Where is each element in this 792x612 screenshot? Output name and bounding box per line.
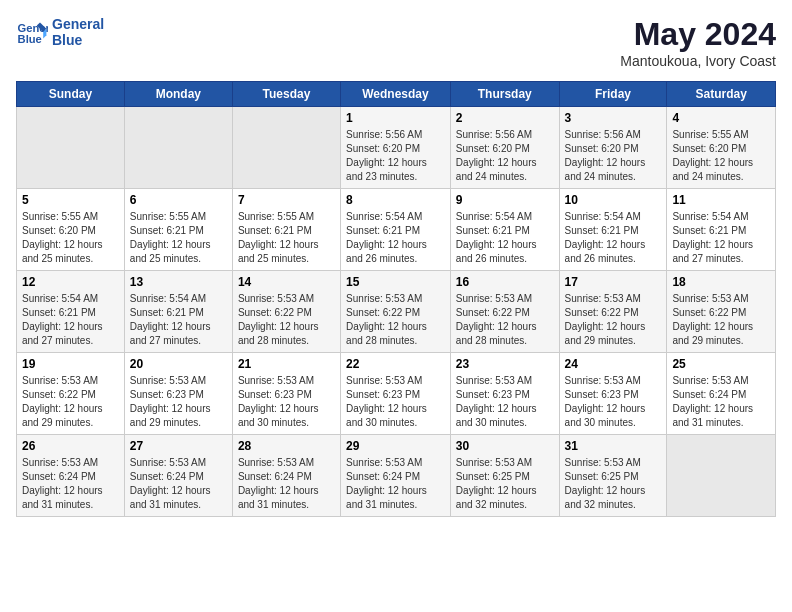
day-info: Sunrise: 5:54 AM Sunset: 6:21 PM Dayligh… xyxy=(346,210,445,266)
calendar-cell: 22Sunrise: 5:53 AM Sunset: 6:23 PM Dayli… xyxy=(341,353,451,435)
day-number: 25 xyxy=(672,357,770,371)
day-number: 5 xyxy=(22,193,119,207)
calendar-cell xyxy=(124,107,232,189)
logo: General Blue General Blue xyxy=(16,16,104,48)
logo-text-line1: General xyxy=(52,16,104,32)
calendar-cell: 23Sunrise: 5:53 AM Sunset: 6:23 PM Dayli… xyxy=(450,353,559,435)
calendar-cell: 9Sunrise: 5:54 AM Sunset: 6:21 PM Daylig… xyxy=(450,189,559,271)
day-number: 14 xyxy=(238,275,335,289)
day-info: Sunrise: 5:55 AM Sunset: 6:20 PM Dayligh… xyxy=(22,210,119,266)
svg-text:Blue: Blue xyxy=(18,33,42,45)
calendar-cell: 4Sunrise: 5:55 AM Sunset: 6:20 PM Daylig… xyxy=(667,107,776,189)
day-number: 10 xyxy=(565,193,662,207)
header-day-thursday: Thursday xyxy=(450,82,559,107)
day-number: 16 xyxy=(456,275,554,289)
logo-icon: General Blue xyxy=(16,16,48,48)
day-info: Sunrise: 5:56 AM Sunset: 6:20 PM Dayligh… xyxy=(456,128,554,184)
day-number: 22 xyxy=(346,357,445,371)
calendar-cell: 27Sunrise: 5:53 AM Sunset: 6:24 PM Dayli… xyxy=(124,435,232,517)
day-number: 20 xyxy=(130,357,227,371)
calendar-cell: 21Sunrise: 5:53 AM Sunset: 6:23 PM Dayli… xyxy=(232,353,340,435)
calendar-cell: 15Sunrise: 5:53 AM Sunset: 6:22 PM Dayli… xyxy=(341,271,451,353)
day-info: Sunrise: 5:56 AM Sunset: 6:20 PM Dayligh… xyxy=(346,128,445,184)
calendar-cell: 12Sunrise: 5:54 AM Sunset: 6:21 PM Dayli… xyxy=(17,271,125,353)
calendar-cell: 30Sunrise: 5:53 AM Sunset: 6:25 PM Dayli… xyxy=(450,435,559,517)
header-row: SundayMondayTuesdayWednesdayThursdayFrid… xyxy=(17,82,776,107)
main-title: May 2024 xyxy=(620,16,776,53)
day-number: 3 xyxy=(565,111,662,125)
day-number: 27 xyxy=(130,439,227,453)
day-info: Sunrise: 5:53 AM Sunset: 6:23 PM Dayligh… xyxy=(238,374,335,430)
day-info: Sunrise: 5:54 AM Sunset: 6:21 PM Dayligh… xyxy=(672,210,770,266)
day-number: 8 xyxy=(346,193,445,207)
day-info: Sunrise: 5:53 AM Sunset: 6:23 PM Dayligh… xyxy=(456,374,554,430)
calendar-cell: 26Sunrise: 5:53 AM Sunset: 6:24 PM Dayli… xyxy=(17,435,125,517)
day-info: Sunrise: 5:53 AM Sunset: 6:23 PM Dayligh… xyxy=(130,374,227,430)
header-day-friday: Friday xyxy=(559,82,667,107)
day-info: Sunrise: 5:54 AM Sunset: 6:21 PM Dayligh… xyxy=(456,210,554,266)
day-info: Sunrise: 5:55 AM Sunset: 6:20 PM Dayligh… xyxy=(672,128,770,184)
day-number: 13 xyxy=(130,275,227,289)
calendar-cell: 20Sunrise: 5:53 AM Sunset: 6:23 PM Dayli… xyxy=(124,353,232,435)
header-day-tuesday: Tuesday xyxy=(232,82,340,107)
calendar-cell: 19Sunrise: 5:53 AM Sunset: 6:22 PM Dayli… xyxy=(17,353,125,435)
day-number: 18 xyxy=(672,275,770,289)
day-number: 6 xyxy=(130,193,227,207)
day-number: 9 xyxy=(456,193,554,207)
day-number: 17 xyxy=(565,275,662,289)
calendar-cell xyxy=(232,107,340,189)
day-number: 30 xyxy=(456,439,554,453)
calendar-cell: 2Sunrise: 5:56 AM Sunset: 6:20 PM Daylig… xyxy=(450,107,559,189)
day-number: 24 xyxy=(565,357,662,371)
calendar-cell: 24Sunrise: 5:53 AM Sunset: 6:23 PM Dayli… xyxy=(559,353,667,435)
logo-text-line2: Blue xyxy=(52,32,104,48)
day-info: Sunrise: 5:53 AM Sunset: 6:24 PM Dayligh… xyxy=(22,456,119,512)
calendar-cell: 17Sunrise: 5:53 AM Sunset: 6:22 PM Dayli… xyxy=(559,271,667,353)
day-info: Sunrise: 5:53 AM Sunset: 6:23 PM Dayligh… xyxy=(346,374,445,430)
title-block: May 2024 Mantoukoua, Ivory Coast xyxy=(620,16,776,69)
subtitle: Mantoukoua, Ivory Coast xyxy=(620,53,776,69)
week-row-3: 12Sunrise: 5:54 AM Sunset: 6:21 PM Dayli… xyxy=(17,271,776,353)
week-row-4: 19Sunrise: 5:53 AM Sunset: 6:22 PM Dayli… xyxy=(17,353,776,435)
calendar-cell: 13Sunrise: 5:54 AM Sunset: 6:21 PM Dayli… xyxy=(124,271,232,353)
calendar-cell: 18Sunrise: 5:53 AM Sunset: 6:22 PM Dayli… xyxy=(667,271,776,353)
day-number: 29 xyxy=(346,439,445,453)
day-info: Sunrise: 5:53 AM Sunset: 6:25 PM Dayligh… xyxy=(456,456,554,512)
day-number: 23 xyxy=(456,357,554,371)
day-number: 4 xyxy=(672,111,770,125)
day-info: Sunrise: 5:53 AM Sunset: 6:23 PM Dayligh… xyxy=(565,374,662,430)
calendar-cell xyxy=(17,107,125,189)
calendar-cell: 8Sunrise: 5:54 AM Sunset: 6:21 PM Daylig… xyxy=(341,189,451,271)
calendar-cell xyxy=(667,435,776,517)
header-day-monday: Monday xyxy=(124,82,232,107)
calendar-cell: 7Sunrise: 5:55 AM Sunset: 6:21 PM Daylig… xyxy=(232,189,340,271)
day-info: Sunrise: 5:53 AM Sunset: 6:22 PM Dayligh… xyxy=(346,292,445,348)
calendar-cell: 14Sunrise: 5:53 AM Sunset: 6:22 PM Dayli… xyxy=(232,271,340,353)
calendar-cell: 29Sunrise: 5:53 AM Sunset: 6:24 PM Dayli… xyxy=(341,435,451,517)
day-number: 7 xyxy=(238,193,335,207)
day-info: Sunrise: 5:54 AM Sunset: 6:21 PM Dayligh… xyxy=(565,210,662,266)
day-number: 19 xyxy=(22,357,119,371)
day-number: 21 xyxy=(238,357,335,371)
day-number: 15 xyxy=(346,275,445,289)
day-info: Sunrise: 5:53 AM Sunset: 6:22 PM Dayligh… xyxy=(672,292,770,348)
day-info: Sunrise: 5:54 AM Sunset: 6:21 PM Dayligh… xyxy=(22,292,119,348)
calendar-cell: 3Sunrise: 5:56 AM Sunset: 6:20 PM Daylig… xyxy=(559,107,667,189)
calendar-cell: 16Sunrise: 5:53 AM Sunset: 6:22 PM Dayli… xyxy=(450,271,559,353)
header-day-saturday: Saturday xyxy=(667,82,776,107)
day-info: Sunrise: 5:53 AM Sunset: 6:24 PM Dayligh… xyxy=(238,456,335,512)
day-info: Sunrise: 5:53 AM Sunset: 6:25 PM Dayligh… xyxy=(565,456,662,512)
day-number: 2 xyxy=(456,111,554,125)
day-number: 26 xyxy=(22,439,119,453)
day-info: Sunrise: 5:55 AM Sunset: 6:21 PM Dayligh… xyxy=(130,210,227,266)
calendar-cell: 11Sunrise: 5:54 AM Sunset: 6:21 PM Dayli… xyxy=(667,189,776,271)
day-info: Sunrise: 5:53 AM Sunset: 6:22 PM Dayligh… xyxy=(22,374,119,430)
day-info: Sunrise: 5:56 AM Sunset: 6:20 PM Dayligh… xyxy=(565,128,662,184)
day-info: Sunrise: 5:55 AM Sunset: 6:21 PM Dayligh… xyxy=(238,210,335,266)
day-number: 12 xyxy=(22,275,119,289)
day-info: Sunrise: 5:53 AM Sunset: 6:22 PM Dayligh… xyxy=(456,292,554,348)
day-info: Sunrise: 5:53 AM Sunset: 6:24 PM Dayligh… xyxy=(346,456,445,512)
page-header: General Blue General Blue May 2024 Manto… xyxy=(16,16,776,69)
day-info: Sunrise: 5:53 AM Sunset: 6:22 PM Dayligh… xyxy=(565,292,662,348)
calendar-cell: 28Sunrise: 5:53 AM Sunset: 6:24 PM Dayli… xyxy=(232,435,340,517)
